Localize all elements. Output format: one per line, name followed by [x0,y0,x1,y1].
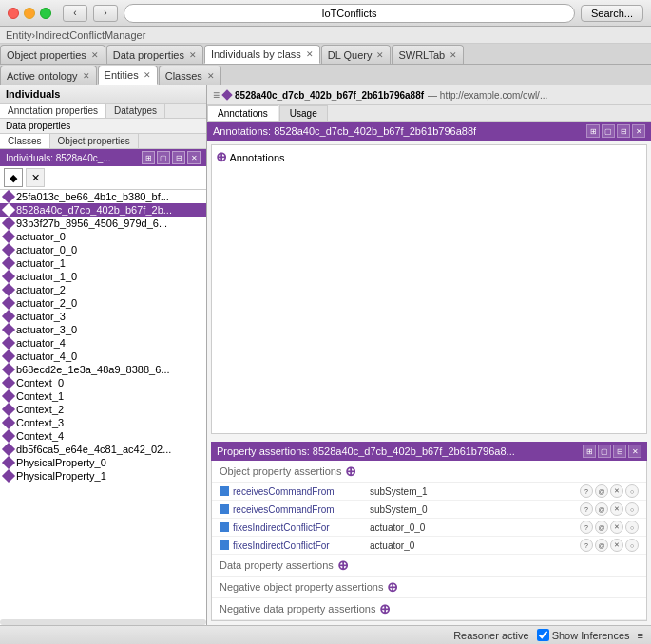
list-item[interactable]: actuator_2 [0,283,206,296]
bar-icon-4[interactable]: ✕ [632,124,645,138]
prop-action-at[interactable]: @ [595,521,608,534]
tab-data-properties[interactable]: Data properties ✕ [106,45,203,64]
back-button[interactable]: ‹ [63,5,87,22]
list-item[interactable]: 8528a40c_d7cb_402b_b67f_2b... [0,203,206,217]
prop-action-at[interactable]: @ [595,484,608,498]
prop-action-at[interactable]: @ [595,502,608,516]
prop-action-q[interactable]: ? [580,484,593,498]
prop-row-2[interactable]: fixesIndirectConflictFor actuator_0_0 ? … [212,519,646,537]
add-neg-object-button[interactable]: ⊕ [387,579,398,595]
tab-usage[interactable]: Usage [279,105,328,121]
header-icon-3[interactable]: ⊟ [172,151,185,164]
sub-tab-object-properties[interactable]: Object properties [50,134,139,148]
prop-bar-icon-3[interactable]: ⊟ [613,445,626,458]
show-inferences-checkbox[interactable] [537,629,549,641]
bar-icon-2[interactable]: ▢ [602,124,615,138]
prop-action-q[interactable]: ? [580,539,593,552]
list-item[interactable]: actuator_1 [0,256,206,270]
horizontal-scrollbar[interactable] [0,619,206,625]
diamond-icon [2,190,15,203]
list-item[interactable]: PhysicalProperty_0 [0,456,206,469]
add-annotation-button[interactable]: ⊕ [216,149,227,164]
prop-action-o[interactable]: ○ [625,484,639,498]
list-item[interactable]: actuator_3 [0,310,206,323]
prop-action-o[interactable]: ○ [625,539,639,552]
prop-row-3[interactable]: fixesIndirectConflictFor actuator_0 ? @ … [212,537,646,555]
prop-action-x[interactable]: ✕ [610,502,623,516]
diamond-action-btn[interactable]: ◆ [4,168,23,187]
list-item[interactable]: actuator_2_0 [0,296,206,310]
prop-action-x[interactable]: ✕ [610,521,623,534]
prop-row-1[interactable]: receivesCommandFrom subSystem_0 ? @ ✕ ○ [212,501,646,519]
tab-close-entities[interactable]: ✕ [144,70,151,80]
prop-icon [220,540,229,550]
tab-close-object-properties[interactable]: ✕ [91,50,99,60]
prop-row-0[interactable]: receivesCommandFrom subSystem_1 ? @ ✕ ○ [212,483,646,501]
list-item[interactable]: Context_4 [0,429,206,443]
list-item[interactable]: actuator_0_0 [0,243,206,256]
tab-individuals-by-class[interactable]: Individuals by class ✕ [204,45,320,64]
list-item[interactable]: actuator_4_0 [0,350,206,363]
prop-action-at[interactable]: @ [595,539,608,552]
hamburger-icon[interactable]: ≡ [213,88,220,102]
breadcrumb-manager[interactable]: IndirectConflictManager [35,29,145,41]
tab-active-ontology[interactable]: Active ontology ✕ [0,66,97,85]
url-input[interactable] [124,4,575,23]
list-item[interactable]: Context_3 [0,416,206,429]
list-item[interactable]: actuator_3_0 [0,323,206,336]
tab-object-properties[interactable]: Object properties ✕ [0,45,105,64]
tab-entities[interactable]: Entities ✕ [98,66,158,85]
sub-tab-datatypes[interactable]: Datatypes [106,104,165,118]
tab-classes[interactable]: Classes ✕ [159,66,221,85]
prop-action-o[interactable]: ○ [625,502,639,516]
list-item[interactable]: Context_0 [0,376,206,389]
tab-annotations[interactable]: Annotations [207,105,278,121]
list-item[interactable]: db5f6ca5_e64e_4c81_ac42_02... [0,443,206,456]
prop-action-q[interactable]: ? [580,521,593,534]
prop-action-o[interactable]: ○ [625,521,639,534]
cross-action-btn[interactable]: ✕ [26,168,45,187]
sub-tab-annotation-properties[interactable]: Annotation properties [0,104,106,118]
add-data-property-button[interactable]: ⊕ [337,558,349,573]
list-item[interactable]: PhysicalProperty_1 [0,469,206,483]
list-item[interactable]: Context_2 [0,403,206,416]
header-icon-1[interactable]: ⊞ [142,151,155,164]
search-button[interactable]: Search... [581,5,643,22]
menu-icon[interactable]: ≡ [638,630,643,641]
tab-close-dl-query[interactable]: ✕ [376,50,384,60]
list-item[interactable]: Context_1 [0,389,206,403]
prop-action-x[interactable]: ✕ [610,484,623,498]
bar-icon-1[interactable]: ⊞ [586,124,600,138]
tab-close-data-properties[interactable]: ✕ [189,50,197,60]
property-bar-icons: ⊞ ▢ ⊟ ✕ [583,445,641,458]
minimize-button[interactable] [24,8,35,19]
list-item[interactable]: actuator_4 [0,336,206,350]
sub-tab-classes[interactable]: Classes [0,134,50,148]
prop-bar-icon-1[interactable]: ⊞ [583,445,596,458]
bar-icon-3[interactable]: ⊟ [617,124,630,138]
prop-bar-icon-4[interactable]: ✕ [628,445,641,458]
tab-close-classes[interactable]: ✕ [207,71,215,81]
tab-close-individuals[interactable]: ✕ [306,49,314,59]
forward-button[interactable]: › [93,5,118,22]
header-icon-4[interactable]: ✕ [187,151,201,164]
header-icon-2[interactable]: ▢ [157,151,170,164]
show-inferences-toggle[interactable]: Show Inferences [537,629,630,641]
list-item[interactable]: actuator_0 [0,230,206,243]
close-button[interactable] [8,8,19,19]
maximize-button[interactable] [40,8,51,19]
prop-bar-icon-2[interactable]: ▢ [598,445,611,458]
list-item[interactable]: b68ecd2e_1e3a_48a9_8388_6... [0,363,206,376]
breadcrumb-entity[interactable]: Entity [6,29,32,41]
prop-action-x[interactable]: ✕ [610,539,623,552]
list-item[interactable]: actuator_1_0 [0,270,206,283]
tab-swrltab[interactable]: SWRLTab ✕ [392,45,464,64]
tab-dl-query[interactable]: DL Query ✕ [321,45,392,64]
tab-close-swrl[interactable]: ✕ [450,50,457,60]
add-object-property-button[interactable]: ⊕ [345,464,356,479]
list-item[interactable]: 25fa013c_be66_4b1c_b380_bf... [0,190,206,203]
tab-close-active-ontology[interactable]: ✕ [83,71,90,81]
add-neg-data-button[interactable]: ⊕ [379,601,391,616]
list-item[interactable]: 93b3f27b_8956_4506_979d_6... [0,217,206,230]
prop-action-q[interactable]: ? [580,502,593,516]
